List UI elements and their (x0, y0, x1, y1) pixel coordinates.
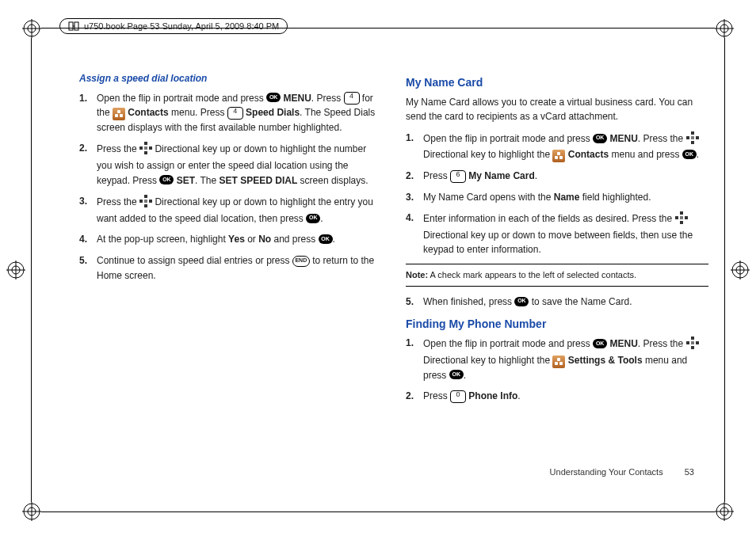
section-title-name-card: My Name Card (406, 74, 708, 92)
svg-rect-29 (139, 146, 143, 150)
svg-rect-47 (691, 337, 694, 340)
key-0-icon: 0 (450, 390, 466, 403)
ok-key-icon: OK (514, 297, 529, 306)
directional-key-icon (139, 142, 152, 159)
svg-rect-34 (139, 200, 143, 203)
ok-key-icon: OK (682, 150, 697, 159)
step-item: 1. Open the flip in portrait mode and pr… (423, 336, 708, 382)
page-header: u750.book Page 53 Sunday, April 5, 2009 … (59, 17, 697, 35)
key-4-icon: 4 (344, 92, 360, 105)
page-footer: Understanding Your Contacts 53 (550, 467, 694, 477)
svg-rect-31 (144, 146, 147, 150)
step-item: 2. Press 0 Phone Info. (423, 389, 708, 404)
section-title-speed-dial: Assign a speed dial location (79, 71, 382, 86)
svg-rect-25 (74, 22, 78, 30)
svg-rect-38 (691, 141, 694, 144)
registration-mark-icon (22, 502, 41, 521)
crop-mark (41, 511, 715, 512)
svg-rect-24 (69, 22, 73, 30)
svg-rect-30 (149, 146, 152, 150)
directional-key-icon (686, 337, 699, 354)
svg-rect-33 (144, 204, 147, 207)
directional-key-icon (686, 131, 699, 149)
book-icon (68, 21, 79, 32)
svg-rect-43 (680, 221, 683, 224)
svg-rect-40 (696, 136, 699, 139)
svg-rect-51 (691, 341, 694, 344)
svg-rect-35 (149, 200, 152, 203)
ok-key-icon: OK (449, 370, 464, 379)
page-header-text: u750.book Page 53 Sunday, April 5, 2009 … (84, 21, 279, 31)
svg-rect-36 (144, 200, 147, 203)
svg-rect-27 (144, 142, 147, 145)
registration-mark-icon (715, 19, 734, 38)
registration-mark-icon (731, 260, 750, 280)
crop-mark (31, 38, 32, 502)
step-item: 5. Continue to assign speed dial entries… (97, 253, 382, 283)
svg-rect-37 (691, 131, 694, 135)
svg-rect-49 (686, 341, 689, 344)
svg-rect-46 (680, 216, 683, 219)
intro-text: My Name Card allows you to create a virt… (406, 95, 708, 124)
key-4-icon: 4 (227, 107, 243, 120)
ok-key-icon: OK (306, 214, 320, 223)
ok-key-icon: OK (266, 93, 281, 102)
step-item: 3. Press the Directional key up or down … (97, 194, 382, 226)
svg-rect-28 (144, 151, 147, 154)
svg-rect-45 (685, 216, 688, 219)
end-key-icon: END (292, 256, 310, 267)
directional-key-icon (675, 211, 688, 229)
page-header-box: u750.book Page 53 Sunday, April 5, 2009 … (59, 18, 288, 34)
svg-rect-32 (144, 195, 147, 198)
right-column: My Name Card My Name Card allows you to … (406, 71, 708, 410)
key-6-icon: 6 (450, 170, 466, 183)
step-item: 2. Press 6 My Name Card. (423, 169, 708, 184)
step-item: 2. Press the Directional key up or down … (97, 141, 382, 188)
note-box: Note: A check mark appears to the left o… (406, 264, 708, 287)
contacts-icon (552, 150, 565, 162)
footer-page: 53 (685, 467, 694, 477)
section-title-phone-number: Finding My Phone Number (406, 316, 708, 333)
registration-mark-icon (22, 19, 41, 38)
ok-key-icon: OK (593, 339, 607, 348)
ok-key-icon: OK (319, 234, 333, 244)
registration-mark-icon (715, 502, 734, 521)
step-item: 3. My Name Card opens with the Name fiel… (423, 190, 708, 205)
contacts-icon (113, 108, 125, 120)
svg-rect-44 (675, 216, 678, 219)
svg-rect-42 (680, 211, 683, 215)
step-item: 1. Open the flip in portrait mode and pr… (97, 91, 382, 135)
footer-section: Understanding Your Contacts (550, 467, 663, 477)
left-column: Assign a speed dial location 1. Open the… (79, 71, 382, 410)
ok-key-icon: OK (159, 175, 174, 184)
registration-mark-icon (6, 260, 25, 280)
ok-key-icon: OK (593, 134, 607, 143)
crop-mark (724, 38, 725, 502)
step-item: 5. When finished, press OK to save the N… (423, 295, 708, 310)
directional-key-icon (139, 195, 152, 212)
settings-icon (552, 356, 565, 368)
step-item: 1. Open the flip in portrait mode and pr… (423, 131, 708, 162)
svg-rect-39 (686, 136, 689, 139)
step-item: 4. At the pop-up screen, highlight Yes o… (97, 232, 382, 247)
svg-rect-48 (691, 346, 694, 349)
svg-rect-50 (696, 341, 699, 344)
step-item: 4. Enter information in each of the fiel… (423, 211, 708, 257)
svg-rect-41 (691, 136, 694, 139)
